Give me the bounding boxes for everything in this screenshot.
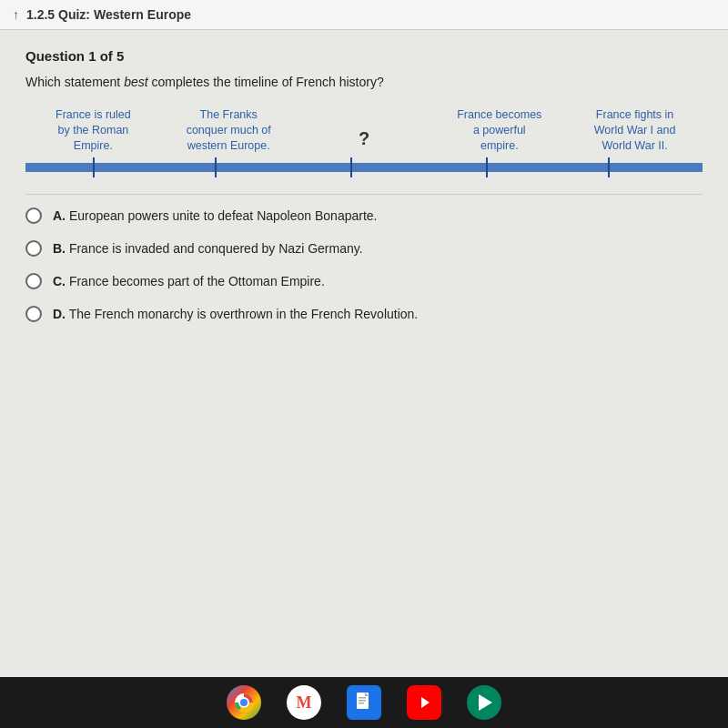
timeline-bar-container xyxy=(25,157,703,177)
play-store-icon[interactable] xyxy=(467,685,501,720)
timeline-event-4: France becomesa powerfulempire. xyxy=(431,107,567,154)
gmail-icon[interactable]: M xyxy=(287,685,321,720)
option-row-a[interactable]: A. European powers unite to defeat Napol… xyxy=(25,207,703,224)
option-row-c[interactable]: C. France becomes part of the Ottoman Em… xyxy=(25,273,703,289)
top-bar: ↑ 1.2.5 Quiz: Western Europe xyxy=(0,0,728,30)
timeline-section: France is ruledby the RomanEmpire. The F… xyxy=(25,107,703,177)
timeline-event-1: France is ruledby the RomanEmpire. xyxy=(25,107,161,154)
option-text-d: D. The French monarchy is overthrown in … xyxy=(53,307,418,321)
main-content: Question 1 of 5 Which statement best com… xyxy=(0,30,728,669)
options-section: A. European powers unite to defeat Napol… xyxy=(25,207,703,322)
timeline-event-question: ? xyxy=(297,126,432,154)
svg-rect-4 xyxy=(359,700,366,702)
radio-c[interactable] xyxy=(25,273,42,289)
timeline-bar xyxy=(25,163,703,172)
timeline-labels: France is ruledby the RomanEmpire. The F… xyxy=(25,107,703,154)
option-text-c: C. France becomes part of the Ottoman Em… xyxy=(53,274,325,288)
option-text-b: B. France is invaded and conquered by Na… xyxy=(53,241,363,256)
option-row-b[interactable]: B. France is invaded and conquered by Na… xyxy=(25,240,703,257)
timeline-event-2: The Franksconquer much ofwestern Europe. xyxy=(161,107,297,154)
quiz-label: 1.2.5 Quiz: Western Europe xyxy=(26,7,191,22)
question-text: Which statement best completes the timel… xyxy=(25,75,703,89)
svg-point-1 xyxy=(240,699,248,706)
radio-a[interactable] xyxy=(25,207,42,224)
timeline-event-5: France fights inWorld War I andWorld War… xyxy=(567,107,703,154)
divider xyxy=(25,194,703,195)
option-text-a: A. European powers unite to defeat Napol… xyxy=(53,208,377,223)
svg-rect-5 xyxy=(359,703,364,704)
back-icon[interactable]: ↑ xyxy=(13,7,19,22)
youtube-icon[interactable] xyxy=(407,685,441,720)
radio-b[interactable] xyxy=(25,240,42,257)
option-row-d[interactable]: D. The French monarchy is overthrown in … xyxy=(25,306,703,322)
question-label: Question 1 of 5 xyxy=(25,48,703,64)
docs-icon[interactable] xyxy=(347,685,381,720)
taskbar: M xyxy=(0,677,728,728)
chrome-icon[interactable] xyxy=(227,685,261,720)
svg-marker-6 xyxy=(421,697,430,708)
svg-rect-3 xyxy=(359,697,366,699)
radio-d[interactable] xyxy=(25,306,42,322)
